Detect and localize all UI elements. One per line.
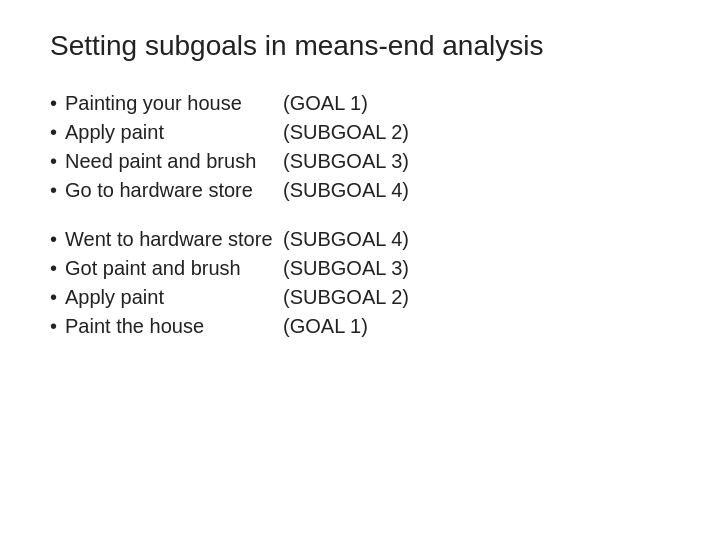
section-2: Went to hardware store(SUBGOAL 4)Got pai… [40,228,680,344]
section-1: Painting your house(GOAL 1)Apply paint(S… [40,92,680,208]
list-item: Painting your house(GOAL 1) [50,92,680,115]
slide: Setting subgoals in means-end analysis P… [0,0,720,540]
item-label: Apply paint [65,286,275,309]
item-goal: (GOAL 1) [283,315,368,338]
slide-title: Setting subgoals in means-end analysis [40,30,680,62]
list-item: Got paint and brush(SUBGOAL 3) [50,257,680,280]
item-label: Need paint and brush [65,150,275,173]
list-item: Apply paint(SUBGOAL 2) [50,121,680,144]
item-goal: (SUBGOAL 2) [283,121,409,144]
list-item: Paint the house(GOAL 1) [50,315,680,338]
section-1-list: Painting your house(GOAL 1)Apply paint(S… [50,92,680,202]
list-item: Went to hardware store(SUBGOAL 4) [50,228,680,251]
item-goal: (SUBGOAL 4) [283,228,409,251]
item-goal: (SUBGOAL 3) [283,150,409,173]
item-label: Go to hardware store [65,179,275,202]
item-label: Painting your house [65,92,275,115]
item-goal: (SUBGOAL 4) [283,179,409,202]
item-label: Apply paint [65,121,275,144]
item-label: Got paint and brush [65,257,275,280]
item-goal: (SUBGOAL 2) [283,286,409,309]
list-item: Apply paint(SUBGOAL 2) [50,286,680,309]
item-label: Paint the house [65,315,275,338]
item-goal: (GOAL 1) [283,92,368,115]
item-label: Went to hardware store [65,228,275,251]
item-goal: (SUBGOAL 3) [283,257,409,280]
section-2-list: Went to hardware store(SUBGOAL 4)Got pai… [50,228,680,338]
list-item: Need paint and brush(SUBGOAL 3) [50,150,680,173]
list-item: Go to hardware store(SUBGOAL 4) [50,179,680,202]
